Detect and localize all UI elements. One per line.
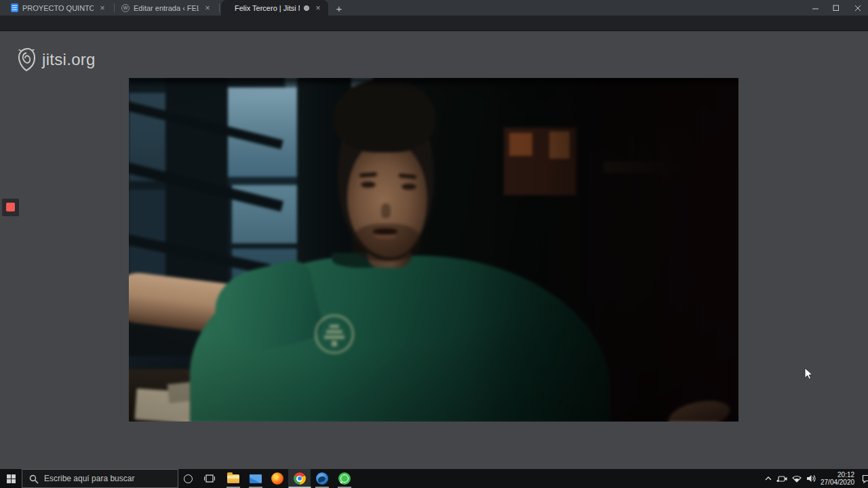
- new-tab-button[interactable]: +: [331, 1, 347, 15]
- start-button[interactable]: [0, 469, 22, 488]
- media-recording-indicator-icon: [304, 5, 309, 11]
- volume-icon[interactable]: [806, 474, 816, 483]
- maximize-icon: [833, 5, 840, 12]
- thunderbird-icon: [316, 472, 328, 485]
- screen-recorder-button[interactable]: [2, 199, 19, 216]
- clock-date: 27/04/2020: [821, 479, 854, 486]
- taskbar-chrome[interactable]: [288, 469, 311, 488]
- window-close-button[interactable]: [848, 0, 868, 16]
- jitsi-logo[interactable]: jitsi.org: [16, 47, 96, 72]
- taskbar-firefox[interactable]: [266, 469, 288, 488]
- record-stop-icon: [6, 203, 15, 211]
- window-minimize-button[interactable]: [806, 0, 826, 16]
- tab-title: Editar entrada ‹ FELIX RODRIGUE: [134, 4, 199, 12]
- tray-camera-icon[interactable]: [776, 475, 787, 483]
- task-view-icon: [204, 474, 215, 483]
- close-tab-icon[interactable]: ×: [313, 4, 323, 12]
- cortana-button[interactable]: [178, 469, 198, 488]
- webcam-scene: [129, 78, 738, 422]
- minimize-icon: [812, 5, 819, 12]
- tab-editar-entrada[interactable]: W Editar entrada ‹ FELIX RODRIGUE ×: [116, 0, 218, 16]
- browser-toolbar: ← → meet.jit.si/FelixTercero S ✓: [0, 16, 868, 31]
- jitsi-logo-text: jitsi.org: [42, 50, 96, 69]
- browser-tab-bar: PROYECTO QUINTO - Document × W Editar en…: [0, 0, 868, 16]
- action-center-button[interactable]: [862, 474, 868, 483]
- wordpress-icon: W: [121, 4, 130, 12]
- taskbar-search[interactable]: [22, 469, 178, 488]
- tab-jitsi-meet-active[interactable]: Felix Tercero | Jitsi Meet ×: [221, 0, 328, 16]
- chrome-icon: [294, 472, 306, 485]
- window-maximize-button[interactable]: [826, 0, 846, 16]
- mail-icon: [250, 474, 262, 483]
- tab-proyecto-quinto[interactable]: PROYECTO QUINTO - Document ×: [5, 0, 113, 16]
- windows-logo-icon: [7, 474, 16, 483]
- tab-separator: [219, 3, 220, 12]
- webcam-video-feed[interactable]: [129, 78, 738, 422]
- whatsapp-icon: [338, 472, 351, 485]
- taskbar-mail[interactable]: [244, 469, 267, 488]
- tab-title: Felix Tercero | Jitsi Meet: [235, 4, 300, 12]
- mouse-cursor: [804, 367, 814, 381]
- wifi-icon[interactable]: [792, 475, 802, 483]
- jitsi-logo-icon: [16, 47, 37, 72]
- close-tab-icon[interactable]: ×: [98, 4, 107, 12]
- file-explorer-icon: [227, 474, 239, 483]
- close-icon: [854, 5, 861, 12]
- firefox-icon: [271, 472, 283, 485]
- system-tray: 20:12 27/04/2020: [765, 469, 868, 488]
- hidden-icons-chevron[interactable]: [765, 476, 772, 481]
- search-icon: [29, 474, 39, 484]
- taskbar-whatsapp[interactable]: [333, 469, 355, 488]
- search-input[interactable]: [44, 470, 173, 487]
- close-tab-icon[interactable]: ×: [203, 4, 212, 12]
- taskbar-thunderbird[interactable]: [311, 469, 333, 488]
- tray-clock[interactable]: 20:12 27/04/2020: [821, 471, 854, 486]
- taskbar-file-explorer[interactable]: [222, 469, 244, 488]
- google-docs-icon: [11, 3, 18, 12]
- clock-time: 20:12: [821, 471, 854, 479]
- task-view-button[interactable]: [199, 469, 220, 488]
- tab-title: PROYECTO QUINTO - Document: [22, 4, 94, 12]
- tab-separator: [114, 3, 115, 12]
- cortana-icon: [184, 474, 193, 483]
